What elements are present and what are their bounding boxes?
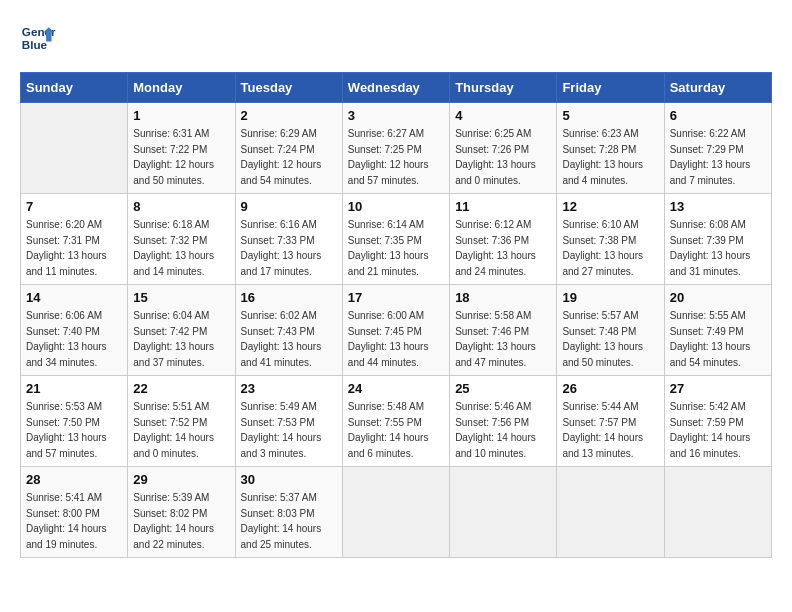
day-number: 15 bbox=[133, 290, 229, 305]
calendar-cell: 27 Sunrise: 5:42 AMSunset: 7:59 PMDaylig… bbox=[664, 376, 771, 467]
day-number: 29 bbox=[133, 472, 229, 487]
day-number: 7 bbox=[26, 199, 122, 214]
week-row-3: 14 Sunrise: 6:06 AMSunset: 7:40 PMDaylig… bbox=[21, 285, 772, 376]
day-info: Sunrise: 5:48 AMSunset: 7:55 PMDaylight:… bbox=[348, 399, 444, 461]
calendar-cell: 3 Sunrise: 6:27 AMSunset: 7:25 PMDayligh… bbox=[342, 103, 449, 194]
calendar-cell: 5 Sunrise: 6:23 AMSunset: 7:28 PMDayligh… bbox=[557, 103, 664, 194]
calendar-cell: 10 Sunrise: 6:14 AMSunset: 7:35 PMDaylig… bbox=[342, 194, 449, 285]
calendar-cell: 21 Sunrise: 5:53 AMSunset: 7:50 PMDaylig… bbox=[21, 376, 128, 467]
day-info: Sunrise: 5:42 AMSunset: 7:59 PMDaylight:… bbox=[670, 399, 766, 461]
header-monday: Monday bbox=[128, 73, 235, 103]
day-number: 19 bbox=[562, 290, 658, 305]
day-info: Sunrise: 5:37 AMSunset: 8:03 PMDaylight:… bbox=[241, 490, 337, 552]
week-row-1: 1 Sunrise: 6:31 AMSunset: 7:22 PMDayligh… bbox=[21, 103, 772, 194]
calendar-cell: 22 Sunrise: 5:51 AMSunset: 7:52 PMDaylig… bbox=[128, 376, 235, 467]
week-row-5: 28 Sunrise: 5:41 AMSunset: 8:00 PMDaylig… bbox=[21, 467, 772, 558]
day-number: 9 bbox=[241, 199, 337, 214]
calendar-body: 1 Sunrise: 6:31 AMSunset: 7:22 PMDayligh… bbox=[21, 103, 772, 558]
day-number: 28 bbox=[26, 472, 122, 487]
calendar-cell bbox=[342, 467, 449, 558]
day-number: 23 bbox=[241, 381, 337, 396]
logo-icon: General Blue bbox=[20, 20, 56, 56]
day-info: Sunrise: 5:39 AMSunset: 8:02 PMDaylight:… bbox=[133, 490, 229, 552]
page-header: General Blue bbox=[20, 20, 772, 56]
day-number: 6 bbox=[670, 108, 766, 123]
day-info: Sunrise: 6:00 AMSunset: 7:45 PMDaylight:… bbox=[348, 308, 444, 370]
calendar-cell bbox=[664, 467, 771, 558]
day-number: 27 bbox=[670, 381, 766, 396]
day-info: Sunrise: 5:44 AMSunset: 7:57 PMDaylight:… bbox=[562, 399, 658, 461]
day-info: Sunrise: 6:18 AMSunset: 7:32 PMDaylight:… bbox=[133, 217, 229, 279]
calendar-cell: 26 Sunrise: 5:44 AMSunset: 7:57 PMDaylig… bbox=[557, 376, 664, 467]
day-info: Sunrise: 6:04 AMSunset: 7:42 PMDaylight:… bbox=[133, 308, 229, 370]
day-number: 4 bbox=[455, 108, 551, 123]
day-info: Sunrise: 6:25 AMSunset: 7:26 PMDaylight:… bbox=[455, 126, 551, 188]
calendar-table: SundayMondayTuesdayWednesdayThursdayFrid… bbox=[20, 72, 772, 558]
day-info: Sunrise: 5:41 AMSunset: 8:00 PMDaylight:… bbox=[26, 490, 122, 552]
calendar-cell: 23 Sunrise: 5:49 AMSunset: 7:53 PMDaylig… bbox=[235, 376, 342, 467]
day-number: 14 bbox=[26, 290, 122, 305]
header-wednesday: Wednesday bbox=[342, 73, 449, 103]
calendar-cell: 6 Sunrise: 6:22 AMSunset: 7:29 PMDayligh… bbox=[664, 103, 771, 194]
calendar-cell: 19 Sunrise: 5:57 AMSunset: 7:48 PMDaylig… bbox=[557, 285, 664, 376]
day-info: Sunrise: 6:23 AMSunset: 7:28 PMDaylight:… bbox=[562, 126, 658, 188]
day-info: Sunrise: 6:08 AMSunset: 7:39 PMDaylight:… bbox=[670, 217, 766, 279]
day-number: 17 bbox=[348, 290, 444, 305]
day-info: Sunrise: 6:16 AMSunset: 7:33 PMDaylight:… bbox=[241, 217, 337, 279]
day-number: 24 bbox=[348, 381, 444, 396]
day-number: 21 bbox=[26, 381, 122, 396]
calendar-cell: 29 Sunrise: 5:39 AMSunset: 8:02 PMDaylig… bbox=[128, 467, 235, 558]
calendar-cell: 30 Sunrise: 5:37 AMSunset: 8:03 PMDaylig… bbox=[235, 467, 342, 558]
day-info: Sunrise: 5:46 AMSunset: 7:56 PMDaylight:… bbox=[455, 399, 551, 461]
day-info: Sunrise: 6:02 AMSunset: 7:43 PMDaylight:… bbox=[241, 308, 337, 370]
day-info: Sunrise: 5:53 AMSunset: 7:50 PMDaylight:… bbox=[26, 399, 122, 461]
day-info: Sunrise: 6:29 AMSunset: 7:24 PMDaylight:… bbox=[241, 126, 337, 188]
header-tuesday: Tuesday bbox=[235, 73, 342, 103]
calendar-cell: 28 Sunrise: 5:41 AMSunset: 8:00 PMDaylig… bbox=[21, 467, 128, 558]
day-info: Sunrise: 6:14 AMSunset: 7:35 PMDaylight:… bbox=[348, 217, 444, 279]
day-number: 25 bbox=[455, 381, 551, 396]
day-info: Sunrise: 6:12 AMSunset: 7:36 PMDaylight:… bbox=[455, 217, 551, 279]
calendar-cell bbox=[557, 467, 664, 558]
calendar-cell bbox=[21, 103, 128, 194]
day-number: 18 bbox=[455, 290, 551, 305]
calendar-cell: 17 Sunrise: 6:00 AMSunset: 7:45 PMDaylig… bbox=[342, 285, 449, 376]
calendar-cell: 24 Sunrise: 5:48 AMSunset: 7:55 PMDaylig… bbox=[342, 376, 449, 467]
logo: General Blue bbox=[20, 20, 56, 56]
calendar-cell: 25 Sunrise: 5:46 AMSunset: 7:56 PMDaylig… bbox=[450, 376, 557, 467]
calendar-cell: 16 Sunrise: 6:02 AMSunset: 7:43 PMDaylig… bbox=[235, 285, 342, 376]
calendar-cell: 18 Sunrise: 5:58 AMSunset: 7:46 PMDaylig… bbox=[450, 285, 557, 376]
day-number: 20 bbox=[670, 290, 766, 305]
day-info: Sunrise: 6:22 AMSunset: 7:29 PMDaylight:… bbox=[670, 126, 766, 188]
calendar-cell: 12 Sunrise: 6:10 AMSunset: 7:38 PMDaylig… bbox=[557, 194, 664, 285]
week-row-2: 7 Sunrise: 6:20 AMSunset: 7:31 PMDayligh… bbox=[21, 194, 772, 285]
day-number: 10 bbox=[348, 199, 444, 214]
day-info: Sunrise: 5:51 AMSunset: 7:52 PMDaylight:… bbox=[133, 399, 229, 461]
day-number: 2 bbox=[241, 108, 337, 123]
calendar-cell: 8 Sunrise: 6:18 AMSunset: 7:32 PMDayligh… bbox=[128, 194, 235, 285]
calendar-cell: 7 Sunrise: 6:20 AMSunset: 7:31 PMDayligh… bbox=[21, 194, 128, 285]
day-number: 11 bbox=[455, 199, 551, 214]
day-number: 13 bbox=[670, 199, 766, 214]
header-saturday: Saturday bbox=[664, 73, 771, 103]
day-number: 26 bbox=[562, 381, 658, 396]
day-info: Sunrise: 6:20 AMSunset: 7:31 PMDaylight:… bbox=[26, 217, 122, 279]
calendar-cell: 11 Sunrise: 6:12 AMSunset: 7:36 PMDaylig… bbox=[450, 194, 557, 285]
calendar-cell: 4 Sunrise: 6:25 AMSunset: 7:26 PMDayligh… bbox=[450, 103, 557, 194]
day-info: Sunrise: 5:55 AMSunset: 7:49 PMDaylight:… bbox=[670, 308, 766, 370]
day-number: 12 bbox=[562, 199, 658, 214]
calendar-cell: 1 Sunrise: 6:31 AMSunset: 7:22 PMDayligh… bbox=[128, 103, 235, 194]
header-thursday: Thursday bbox=[450, 73, 557, 103]
day-number: 1 bbox=[133, 108, 229, 123]
day-number: 5 bbox=[562, 108, 658, 123]
day-info: Sunrise: 6:27 AMSunset: 7:25 PMDaylight:… bbox=[348, 126, 444, 188]
day-info: Sunrise: 6:31 AMSunset: 7:22 PMDaylight:… bbox=[133, 126, 229, 188]
calendar-cell: 15 Sunrise: 6:04 AMSunset: 7:42 PMDaylig… bbox=[128, 285, 235, 376]
calendar-cell: 14 Sunrise: 6:06 AMSunset: 7:40 PMDaylig… bbox=[21, 285, 128, 376]
day-number: 30 bbox=[241, 472, 337, 487]
header-sunday: Sunday bbox=[21, 73, 128, 103]
svg-text:Blue: Blue bbox=[22, 38, 48, 51]
calendar-cell: 9 Sunrise: 6:16 AMSunset: 7:33 PMDayligh… bbox=[235, 194, 342, 285]
day-info: Sunrise: 5:49 AMSunset: 7:53 PMDaylight:… bbox=[241, 399, 337, 461]
day-info: Sunrise: 6:06 AMSunset: 7:40 PMDaylight:… bbox=[26, 308, 122, 370]
